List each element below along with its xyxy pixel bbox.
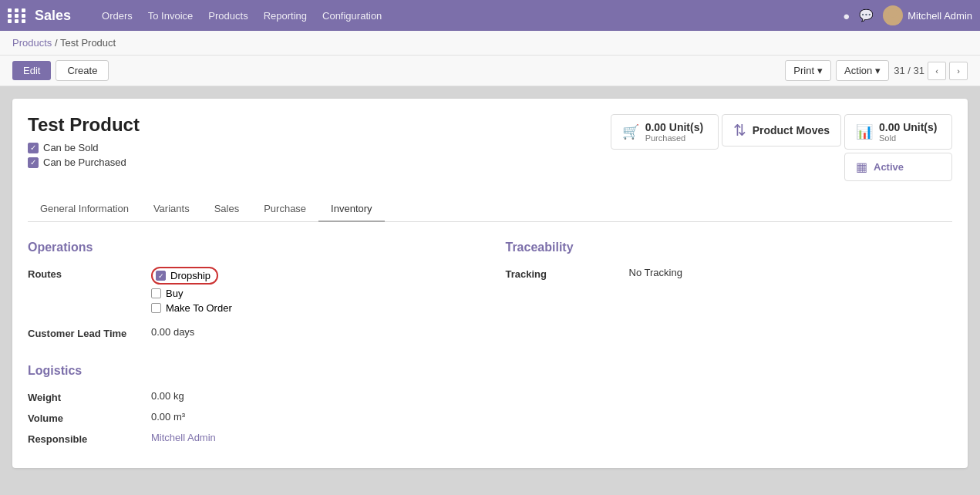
purchased-label: Purchased: [645, 133, 703, 143]
can-be-purchased-row: Can be Purchased: [28, 157, 140, 168]
weight-row: Weight 0.00 kg: [28, 390, 475, 403]
customer-lead-time-label: Customer Lead Time: [28, 326, 151, 339]
purchased-value: 0.00 Unit(s): [645, 121, 703, 133]
tab-variants[interactable]: Variants: [141, 197, 202, 222]
pager-next-button[interactable]: ›: [949, 62, 968, 80]
tracking-value: No Tracking: [629, 267, 682, 278]
breadcrumb-parent[interactable]: Products: [12, 37, 52, 49]
pager-prev-button[interactable]: ‹: [928, 62, 946, 80]
breadcrumb-separator: /: [55, 37, 60, 49]
edit-button[interactable]: Edit: [12, 61, 51, 80]
app-logo[interactable]: Sales: [8, 8, 94, 24]
action-button[interactable]: Action ▾: [836, 60, 889, 81]
route-make-to-order-checkbox[interactable]: [151, 303, 161, 313]
routes-list: Dropship Buy Make To Order: [151, 267, 232, 314]
route-dropship-label: Dropship: [170, 270, 210, 281]
clock-icon[interactable]: ●: [843, 9, 850, 22]
route-dropship: Dropship: [151, 267, 232, 285]
route-buy-label: Buy: [166, 288, 183, 299]
volume-label: Volume: [28, 411, 151, 424]
product-header: Test Product Can be Sold Can be Purchase…: [28, 114, 952, 181]
pager: 31 / 31 ‹ ›: [894, 62, 968, 80]
purchased-stat-button[interactable]: 🛒 0.00 Unit(s) Purchased: [611, 114, 719, 150]
action-label: Action: [844, 65, 872, 76]
create-button[interactable]: Create: [56, 60, 109, 81]
can-be-sold-label: Can be Sold: [43, 142, 99, 153]
tracking-label: Tracking: [506, 267, 629, 280]
operations-section: Operations Routes Dropship: [28, 241, 475, 453]
route-buy: Buy: [151, 288, 232, 299]
nav-reporting[interactable]: Reporting: [264, 10, 307, 22]
weight-value: 0.00 kg: [151, 390, 184, 402]
volume-value: 0.00 m³: [151, 411, 185, 423]
purchased-stat-text: 0.00 Unit(s) Purchased: [645, 121, 703, 143]
username: Mitchell Admin: [908, 10, 972, 22]
nav-configuration[interactable]: Configuration: [322, 10, 382, 22]
can-be-purchased-label: Can be Purchased: [43, 157, 126, 168]
can-be-purchased-checkbox[interactable]: [28, 157, 39, 168]
weight-label: Weight: [28, 390, 151, 403]
chat-icon[interactable]: 💬: [859, 8, 874, 22]
svg-point-0: [888, 8, 897, 18]
product-card: Test Product Can be Sold Can be Purchase…: [12, 99, 968, 468]
nav-products[interactable]: Products: [208, 10, 248, 22]
breadcrumb: Products / Test Product: [0, 31, 980, 56]
sold-stat-text: 0.00 Unit(s) Sold: [879, 121, 937, 143]
chart-icon: 📊: [856, 123, 873, 140]
route-buy-checkbox[interactable]: [151, 288, 161, 298]
tab-inventory[interactable]: Inventory: [318, 197, 384, 222]
route-make-to-order: Make To Order: [151, 302, 232, 314]
responsible-row: Responsible Mitchell Admin: [28, 432, 475, 445]
content-area: Test Product Can be Sold Can be Purchase…: [0, 86, 980, 480]
routes-row: Routes Dropship Buy: [28, 267, 475, 314]
inventory-content: Operations Routes Dropship: [28, 241, 952, 453]
tab-sales[interactable]: Sales: [202, 197, 252, 222]
topnav: Sales Orders To Invoice Products Reporti…: [0, 0, 980, 31]
dropship-highlight: Dropship: [151, 267, 218, 285]
tab-general-information[interactable]: General Information: [28, 197, 141, 222]
active-icon: ▦: [856, 160, 867, 174]
can-be-sold-row: Can be Sold: [28, 142, 140, 153]
traceability-title: Traceability: [506, 241, 953, 254]
grid-icon: [8, 8, 27, 23]
responsible-value: Mitchell Admin: [151, 432, 216, 443]
stat-buttons: 🛒 0.00 Unit(s) Purchased ⇅ Product Moves…: [611, 114, 952, 181]
product-moves-stat-button[interactable]: ⇅ Product Moves: [722, 114, 841, 146]
customer-lead-time-value: 0.00 days: [151, 326, 194, 338]
logistics-title: Logistics: [28, 364, 475, 378]
tracking-row: Tracking No Tracking: [506, 267, 953, 280]
operations-title: Operations: [28, 241, 475, 254]
sold-label: Sold: [879, 133, 937, 143]
print-label: Print: [793, 65, 814, 76]
product-moves-label: Product Moves: [753, 124, 830, 136]
sold-value: 0.00 Unit(s): [879, 121, 937, 133]
nav-orders[interactable]: Orders: [102, 10, 133, 22]
pager-info: 31 / 31: [894, 65, 924, 76]
print-button[interactable]: Print ▾: [785, 60, 831, 81]
logistics-section: Logistics Weight 0.00 kg Volume 0.00 m³ …: [28, 364, 475, 445]
volume-row: Volume 0.00 m³: [28, 411, 475, 424]
active-stat-button[interactable]: ▦ Active: [844, 153, 952, 181]
traceability-section: Traceability Tracking No Tracking: [506, 241, 953, 453]
nav-to-invoice[interactable]: To Invoice: [148, 10, 194, 22]
responsible-label: Responsible: [28, 432, 151, 445]
tabs: General Information Variants Sales Purch…: [28, 197, 952, 222]
topnav-right: ● 💬 Mitchell Admin: [843, 5, 972, 25]
user-menu[interactable]: Mitchell Admin: [883, 5, 972, 25]
product-checkboxes: Can be Sold Can be Purchased: [28, 142, 140, 168]
breadcrumb-current: Test Product: [60, 37, 116, 49]
route-dropship-checkbox[interactable]: [156, 271, 166, 281]
can-be-sold-checkbox[interactable]: [28, 143, 39, 153]
main-nav: Orders To Invoice Products Reporting Con…: [102, 10, 843, 22]
active-label: Active: [874, 161, 904, 173]
responsible-link[interactable]: Mitchell Admin: [151, 432, 216, 443]
print-chevron-icon: ▾: [817, 65, 823, 76]
moves-icon: ⇅: [733, 121, 746, 140]
tab-purchase[interactable]: Purchase: [251, 197, 318, 222]
product-info: Test Product Can be Sold Can be Purchase…: [28, 114, 140, 168]
routes-label: Routes: [28, 267, 151, 280]
cart-icon: 🛒: [622, 123, 639, 140]
sold-stat-button[interactable]: 📊 0.00 Unit(s) Sold: [844, 114, 952, 150]
action-chevron-icon: ▾: [875, 65, 881, 76]
avatar: [883, 5, 903, 25]
